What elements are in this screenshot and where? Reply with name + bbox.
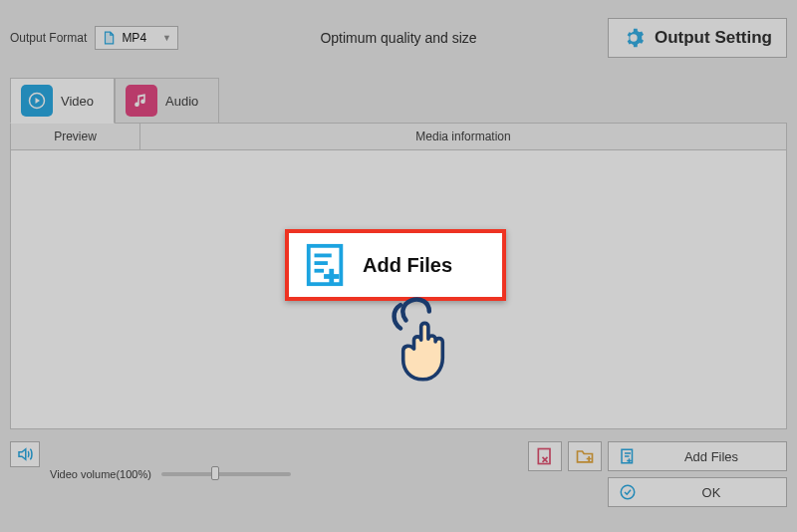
svg-point-9	[621, 485, 635, 499]
chevron-down-icon: ▼	[162, 33, 171, 43]
add-files-highlight[interactable]: Add Files	[285, 229, 506, 301]
volume-slider[interactable]	[161, 472, 291, 476]
top-toolbar: Output Format MP4 ▼ Optimum quality and …	[0, 0, 797, 68]
add-files-button[interactable]: Add Files	[608, 441, 787, 471]
folder-add-icon	[575, 446, 595, 466]
file-icon	[102, 31, 116, 45]
speaker-icon	[15, 445, 35, 463]
add-folder-button[interactable]	[568, 441, 602, 471]
pointer-hand-icon	[383, 297, 472, 387]
tab-audio-label: Audio	[165, 94, 198, 109]
output-setting-label: Output Setting	[655, 28, 772, 48]
check-circle-icon	[619, 483, 637, 501]
tabs: Video Audio	[10, 78, 787, 124]
file-delete-icon	[535, 446, 555, 466]
tab-audio[interactable]: Audio	[115, 78, 219, 124]
speaker-button[interactable]	[10, 441, 40, 467]
play-icon	[21, 85, 53, 117]
ok-button[interactable]: OK	[608, 477, 787, 507]
add-files-popup-label: Add Files	[363, 254, 452, 277]
output-setting-button[interactable]: Output Setting	[608, 18, 787, 58]
gear-icon	[623, 27, 645, 49]
add-file-icon	[303, 242, 349, 288]
volume-label: Video volume(100%)	[50, 468, 151, 480]
remove-file-button[interactable]	[528, 441, 562, 471]
add-files-label: Add Files	[647, 449, 776, 464]
ok-label: OK	[647, 485, 776, 500]
file-add-icon	[619, 447, 637, 465]
tab-video-label: Video	[61, 94, 94, 109]
column-preview: Preview	[11, 124, 140, 149]
output-format-label: Output Format	[10, 31, 87, 45]
bottom-bar: Video volume(100%) Add Files OK	[0, 429, 797, 519]
music-note-icon	[126, 85, 157, 117]
format-value: MP4	[122, 31, 146, 45]
slider-thumb[interactable]	[211, 466, 219, 480]
column-headers: Preview Media information	[10, 123, 787, 150]
column-media-info: Media information	[140, 124, 786, 149]
output-format-select[interactable]: MP4 ▼	[95, 26, 178, 50]
tab-video[interactable]: Video	[10, 78, 115, 124]
quality-text: Optimum quality and size	[320, 30, 476, 46]
